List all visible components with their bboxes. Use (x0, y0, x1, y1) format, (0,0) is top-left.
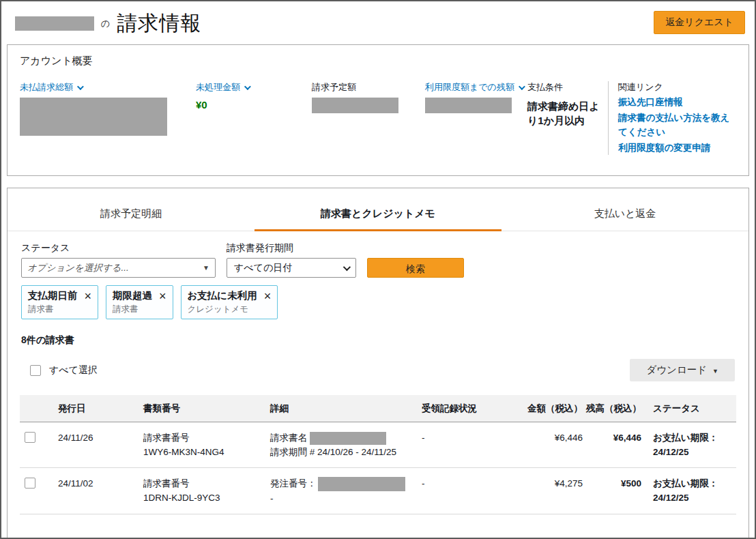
close-icon[interactable]: × (264, 291, 272, 301)
chevron-down-icon (519, 83, 525, 90)
download-button[interactable]: ダウンロード▼ (630, 359, 735, 381)
status-multiselect[interactable]: ▼ (21, 258, 216, 278)
cell-detail: 発注番号： - (270, 468, 422, 514)
billing-panel: 請求予定明細 請求書とクレジットメモ 支払いと返金 ステータス ▼ 請求書発行期… (7, 188, 749, 539)
tab-payments-refunds[interactable]: 支払いと返金 (501, 200, 748, 231)
header-amount: 金額（税込） (524, 395, 583, 422)
cell-balance: ¥500 (583, 468, 641, 499)
credit-remaining-link[interactable]: 利用限度額までの残額 (425, 81, 527, 93)
chip-title: 期限超過 (113, 289, 152, 302)
detail-line1-label: 発注番号： (270, 478, 317, 489)
table-header-row: 発行日 書類番号 詳細 受領記録状況 金額（税込） 残高（税込） ステータス (20, 395, 736, 422)
status-line2: 24/12/25 (653, 445, 736, 459)
status-filter-label: ステータス (21, 242, 216, 254)
chevron-down-icon (244, 83, 251, 90)
period-filter-label: 請求書発行期間 (227, 242, 356, 254)
related-links: 関連リンク 振込先口座情報 請求書の支払い方法を教えてください 利用限度額の変更… (608, 81, 738, 155)
table-row: 24/11/26 請求書番号 1WY6-MK3N-4NG4 請求書名 請求期間 … (20, 422, 736, 468)
redacted-unpaid-total-value (20, 98, 167, 136)
chip-subtitle: 請求書 (113, 304, 166, 315)
detail-line2: - (270, 491, 422, 506)
cell-issue-date: 24/11/02 (58, 468, 143, 499)
tab-invoices-credit-memos[interactable]: 請求書とクレジットメモ (255, 200, 501, 231)
link-how-to-pay-invoice[interactable]: 請求書の支払い方法を教えてください (618, 111, 738, 139)
invoices-table: 発行日 書類番号 詳細 受領記録状況 金額（税込） 残高（税込） ステータス 2… (20, 395, 736, 514)
status-line1: お支払い期限： (653, 476, 736, 491)
cell-issue-date: 24/11/26 (58, 422, 143, 453)
link-bank-transfer-info[interactable]: 振込先口座情報 (618, 95, 738, 109)
header-detail: 詳細 (270, 395, 422, 422)
chevron-down-icon (77, 83, 84, 90)
page-header: の 請求情報 返金リクエスト (1, 1, 755, 42)
related-links-label: 関連リンク (618, 81, 738, 93)
search-button[interactable]: 検索 (367, 258, 464, 278)
header-balance: 残高（税込） (583, 395, 641, 422)
detail-line1: 請求書名 (270, 431, 422, 445)
status-line2: 24/12/25 (653, 491, 736, 505)
cell-receipt-status: - (422, 422, 524, 453)
select-all-label: すべて選択 (49, 364, 98, 377)
header-doc-number: 書類番号 (143, 395, 270, 422)
header-status: ステータス (641, 395, 736, 422)
cell-status: お支払い期限： 24/12/25 (641, 468, 736, 513)
close-icon[interactable]: × (159, 291, 166, 301)
redacted-account-name (15, 16, 94, 31)
detail-line1: 発注番号： (270, 476, 422, 491)
unpaid-total-label: 未払請求総額 (20, 81, 73, 93)
header-receipt-status: 受領記録状況 (422, 395, 524, 422)
period-filter-group: 請求書発行期間 すべての日付 (227, 242, 356, 278)
cell-doc-number: 請求書番号 1WY6-MK3N-4NG4 (143, 422, 270, 467)
select-all-checkbox[interactable] (30, 365, 41, 376)
chevron-down-icon (343, 263, 351, 270)
unpaid-total-link[interactable]: 未払請求総額 (20, 81, 196, 93)
doc-number-label: 請求書番号 (143, 431, 270, 445)
caret-down-icon: ▼ (712, 368, 718, 375)
credit-remaining-label: 利用限度額までの残額 (425, 81, 514, 93)
redacted-credit-remaining-value (425, 98, 512, 113)
filter-bar: ステータス ▼ 請求書発行期間 すべての日付 検索 (8, 231, 748, 278)
chip-title: 支払期日前 (28, 289, 78, 302)
unprocessed-value: ¥0 (196, 99, 312, 111)
doc-number-label: 請求書番号 (143, 476, 270, 491)
dropdown-arrow-icon: ▼ (203, 264, 209, 272)
cell-amount: ¥4,275 (524, 468, 583, 499)
tab-bar: 請求予定明細 請求書とクレジットメモ 支払いと返金 (8, 200, 748, 231)
cell-status: お支払い期限： 24/12/25 (641, 422, 736, 467)
title-connector: の (101, 18, 110, 30)
unprocessed-link[interactable]: 未処理金額 (196, 81, 312, 93)
payment-terms-value: 請求書締め日より1か月以内 (527, 99, 600, 128)
metric-unpaid-total: 未払請求総額 (20, 81, 196, 136)
chip-before-due-date: 支払期日前 × 請求書 (21, 285, 98, 319)
row-checkbox[interactable] (25, 432, 35, 443)
billed-planned-label: 請求予定額 (312, 81, 425, 93)
metric-credit-remaining: 利用限度額までの残額 (425, 81, 527, 113)
account-overview-panel: アカウント概要 未払請求総額 未処理金額 ¥0 請求予定額 利用限度額までの (7, 44, 749, 176)
row-checkbox[interactable] (25, 478, 35, 489)
header-issue-date: 発行日 (58, 395, 143, 422)
status-filter-group: ステータス ▼ (21, 242, 216, 278)
tab-billing-schedule[interactable]: 請求予定明細 (8, 200, 255, 231)
metric-payment-terms: 支払条件 請求書締め日より1か月以内 (527, 81, 608, 128)
doc-number-value: 1DRN-KJDL-9YC3 (143, 491, 270, 505)
cell-receipt-status: - (422, 468, 524, 499)
chip-unused-for-payment: お支払に未利用 × クレジットメモ (181, 285, 278, 319)
refund-request-button[interactable]: 返金リクエスト (654, 11, 745, 34)
link-credit-limit-change[interactable]: 利用限度額の変更申請 (618, 141, 738, 155)
payment-terms-label: 支払条件 (527, 81, 608, 93)
select-all-row: すべて選択 ダウンロード▼ (8, 347, 748, 381)
doc-number-value: 1WY6-MK3N-4NG4 (143, 445, 270, 459)
download-button-label: ダウンロード (646, 364, 707, 375)
metric-billed-planned: 請求予定額 (312, 81, 425, 113)
status-line1: お支払い期限： (653, 431, 736, 445)
header-checkbox-spacer (20, 408, 58, 422)
page-title: 請求情報 (117, 10, 201, 38)
detail-line1-label: 請求書名 (270, 433, 307, 443)
page-title-group: の 請求情報 (15, 10, 201, 38)
invoice-count: 8件の請求書 (8, 319, 748, 347)
period-select[interactable]: すべての日付 (227, 258, 356, 278)
close-icon[interactable]: × (85, 291, 92, 301)
detail-line2: 請求期間 # 24/10/26 - 24/11/25 (270, 445, 422, 459)
cell-balance: ¥6,446 (583, 422, 641, 453)
metrics-row: 未払請求総額 未処理金額 ¥0 請求予定額 利用限度額までの残額 (20, 81, 738, 155)
status-multiselect-input[interactable] (27, 263, 199, 273)
